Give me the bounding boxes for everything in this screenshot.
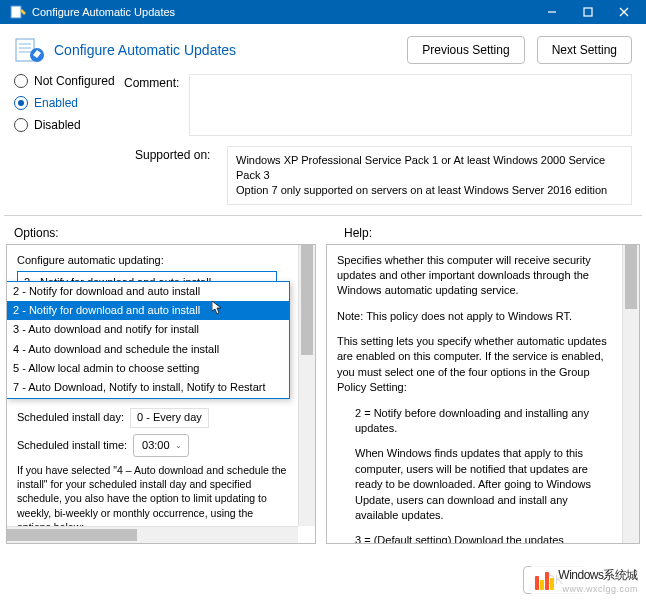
- radio-label-not-configured: Not Configured: [34, 74, 115, 88]
- radio-not-configured[interactable]: Not Configured: [14, 74, 124, 88]
- dropdown-option[interactable]: 2 - Notify for download and auto install: [7, 301, 289, 320]
- scheduled-time-select[interactable]: 03:00 ⌄: [133, 434, 189, 457]
- supported-on-text: Windows XP Professional Service Pack 1 o…: [227, 146, 632, 205]
- options-paragraph: If you have selected "4 – Auto download …: [17, 463, 288, 525]
- minimize-button[interactable]: [534, 0, 570, 24]
- help-paragraph: Specifies whether this computer will rec…: [337, 253, 612, 299]
- window-title: Configure Automatic Updates: [32, 6, 534, 18]
- help-paragraph: This setting lets you specify whether au…: [337, 334, 612, 396]
- maximize-button[interactable]: [570, 0, 606, 24]
- watermark-text: Windows系统城: [558, 568, 638, 582]
- configure-updating-label: Configure automatic updating:: [17, 253, 288, 268]
- help-paragraph: 2 = Notify before downloading and instal…: [337, 406, 612, 437]
- dropdown-option[interactable]: 3 - Auto download and notify for install: [7, 320, 289, 339]
- help-paragraph: Note: This policy does not apply to Wind…: [337, 309, 612, 324]
- scheduled-install-time-row: Scheduled install time: 03:00 ⌄: [17, 434, 288, 457]
- radio-label-disabled: Disabled: [34, 118, 81, 132]
- page-title: Configure Automatic Updates: [54, 42, 407, 58]
- watermark-icon: [535, 572, 554, 590]
- policy-shield-icon: [14, 36, 48, 64]
- svg-rect-0: [11, 6, 21, 18]
- previous-setting-button[interactable]: Previous Setting: [407, 36, 524, 64]
- scheduled-time-value: 03:00: [142, 439, 170, 451]
- watermark: Windows系统城 www.wxclgg.com: [531, 565, 642, 596]
- svg-rect-2: [584, 8, 592, 16]
- scheduled-day-value[interactable]: 0 - Every day: [130, 408, 209, 427]
- titlebar: Configure Automatic Updates: [0, 0, 646, 24]
- radio-label-enabled: Enabled: [34, 96, 78, 110]
- configure-updating-dropdown[interactable]: 2 - Notify for download and auto install…: [7, 281, 290, 399]
- policy-icon: [10, 4, 26, 20]
- cursor-icon: [212, 301, 226, 315]
- options-vertical-scrollbar[interactable]: [298, 245, 315, 526]
- help-pane: Specifies whether this computer will rec…: [326, 244, 640, 544]
- comment-textarea[interactable]: [189, 74, 632, 136]
- dropdown-option[interactable]: 4 - Auto download and schedule the insta…: [7, 340, 289, 359]
- dropdown-option[interactable]: 7 - Auto Download, Notify to install, No…: [7, 378, 289, 397]
- watermark-url: www.wxclgg.com: [558, 584, 638, 594]
- state-comment-row: Not Configured Enabled Disabled Comment:: [0, 70, 646, 142]
- options-heading: Options:: [14, 226, 324, 240]
- chevron-down-icon: ⌄: [175, 440, 182, 451]
- scheduled-time-label: Scheduled install time:: [17, 438, 127, 453]
- options-horizontal-scrollbar[interactable]: [7, 526, 298, 543]
- help-paragraph: 3 = (Default setting) Download the updat…: [337, 533, 612, 542]
- panes-header: Options: Help:: [0, 216, 646, 244]
- scheduled-day-label: Scheduled install day:: [17, 410, 124, 425]
- options-pane: Configure automatic updating: 2 - Notify…: [6, 244, 316, 544]
- next-setting-button[interactable]: Next Setting: [537, 36, 632, 64]
- radio-disabled[interactable]: Disabled: [14, 118, 124, 132]
- radio-enabled[interactable]: Enabled: [14, 96, 124, 110]
- dropdown-option[interactable]: 5 - Allow local admin to choose setting: [7, 359, 289, 378]
- dropdown-option[interactable]: 2 - Notify for download and auto install: [7, 282, 289, 301]
- scheduled-install-day-row: Scheduled install day: 0 - Every day: [17, 408, 288, 427]
- comment-label: Comment:: [124, 76, 179, 140]
- supported-on-row: Supported on: Windows XP Professional Se…: [0, 142, 646, 215]
- help-vertical-scrollbar[interactable]: [622, 245, 639, 543]
- supported-on-label: Supported on:: [14, 146, 227, 205]
- close-button[interactable]: [606, 0, 642, 24]
- help-heading: Help:: [324, 226, 372, 240]
- help-paragraph: When Windows finds updates that apply to…: [337, 446, 612, 523]
- header-row: Configure Automatic Updates Previous Set…: [0, 24, 646, 70]
